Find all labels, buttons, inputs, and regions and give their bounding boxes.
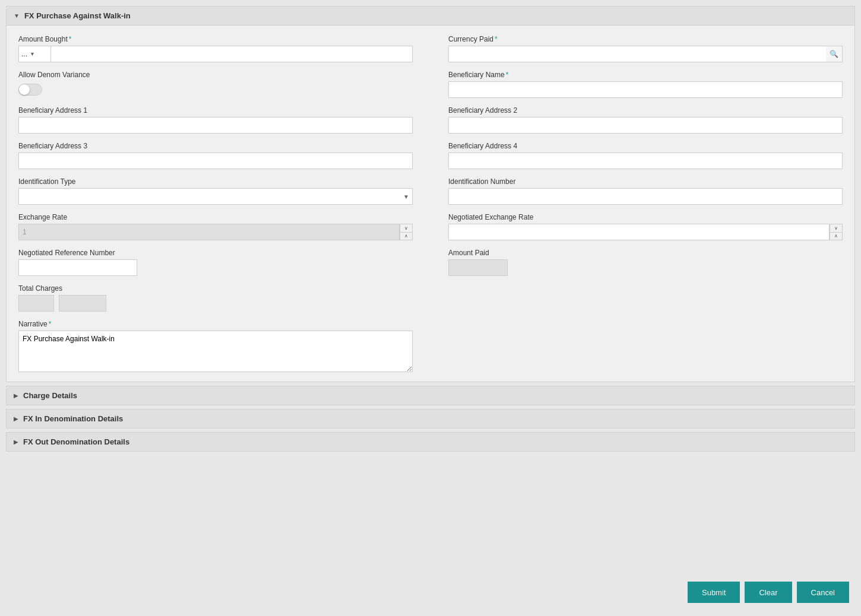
beneficiary-address1-field: Beneficiary Address 1	[18, 106, 413, 134]
beneficiary-address3-field: Beneficiary Address 3	[18, 142, 413, 169]
fx-purchase-body: Amount Bought* ... ▼ Currency Paid*	[7, 26, 854, 382]
fx-in-denomination-section: ▶ FX In Denomination Details	[6, 409, 855, 428]
currency-paid-label: Currency Paid*	[448, 35, 843, 43]
identification-number-field: Identification Number	[448, 177, 843, 205]
negotiated-rate-down-btn[interactable]: ∨	[830, 224, 843, 232]
beneficiary-address1-input[interactable]	[18, 117, 413, 134]
beneficiary-name-label: Beneficiary Name*	[448, 71, 843, 79]
beneficiary-address2-label: Beneficiary Address 2	[448, 106, 843, 115]
clear-button[interactable]: Clear	[745, 582, 792, 603]
identification-type-field: Identification Type ▼	[18, 177, 413, 205]
beneficiary-address2-field: Beneficiary Address 2	[448, 106, 843, 134]
amount-paid-label: Amount Paid	[448, 249, 843, 257]
fx-purchase-header[interactable]: ▼ FX Purchase Against Walk-in	[7, 7, 854, 26]
allow-denom-field: Allow Denom Variance	[18, 71, 413, 98]
fx-purchase-form-grid: Amount Bought* ... ▼ Currency Paid*	[18, 35, 843, 372]
charges-box-2	[59, 295, 106, 312]
amount-bought-input[interactable]	[51, 46, 413, 62]
currency-paid-field: Currency Paid* 🔍	[448, 35, 843, 62]
cancel-button[interactable]: Cancel	[797, 582, 849, 603]
narrative-textarea[interactable]: FX Purchase Against Walk-in	[18, 331, 413, 372]
amount-paid-field: Amount Paid	[448, 249, 843, 276]
exchange-rate-down-btn[interactable]: ∨	[400, 224, 413, 232]
identification-type-select[interactable]	[18, 188, 413, 205]
negotiated-exchange-rate-label: Negotiated Exchange Rate	[448, 213, 843, 221]
allow-denom-label: Allow Denom Variance	[18, 71, 413, 79]
identification-number-input[interactable]	[448, 188, 843, 205]
total-charges-label: Total Charges	[18, 284, 413, 293]
total-charges-field: Total Charges	[18, 284, 413, 312]
allow-denom-toggle-container	[18, 84, 413, 96]
fx-purchase-section: ▼ FX Purchase Against Walk-in Amount Bou…	[6, 6, 855, 382]
currency-caret: ▼	[30, 51, 35, 57]
negotiated-rate-btns: ∨ ∧	[830, 224, 843, 240]
fx-out-denomination-header[interactable]: ▶ FX Out Denomination Details	[7, 433, 854, 451]
negotiated-ref-input[interactable]	[18, 259, 137, 276]
beneficiary-address3-label: Beneficiary Address 3	[18, 142, 413, 150]
negotiated-rate-up-btn[interactable]: ∧	[830, 232, 843, 241]
beneficiary-address3-input[interactable]	[18, 153, 413, 169]
currency-dropdown[interactable]: ... ▼	[18, 46, 51, 62]
negotiated-ref-field: Negotiated Reference Number	[18, 249, 413, 276]
charge-details-title: Charge Details	[23, 391, 77, 400]
beneficiary-name-field: Beneficiary Name*	[448, 71, 843, 98]
amount-paid-display	[448, 259, 508, 276]
fx-out-denomination-collapse-icon: ▶	[14, 439, 18, 445]
identification-number-label: Identification Number	[448, 177, 843, 186]
currency-paid-input[interactable]	[448, 46, 843, 62]
exchange-rate-spinner-btns: ∨ ∧	[400, 224, 413, 240]
fx-purchase-collapse-icon: ▼	[14, 12, 20, 19]
exchange-rate-input[interactable]	[18, 224, 400, 240]
allow-denom-toggle[interactable]	[18, 84, 42, 96]
exchange-rate-label: Exchange Rate	[18, 213, 413, 221]
exchange-rate-field: Exchange Rate ∨ ∧	[18, 213, 413, 240]
currency-label: ...	[21, 50, 27, 58]
charge-details-collapse-icon: ▶	[14, 392, 18, 399]
exchange-rate-up-btn[interactable]: ∧	[400, 232, 413, 241]
amount-bought-field: Amount Bought* ... ▼	[18, 35, 413, 62]
currency-paid-search-button[interactable]: 🔍	[826, 46, 843, 62]
charge-details-section: ▶ Charge Details	[6, 386, 855, 405]
footer-bar: Submit Clear Cancel	[6, 574, 855, 610]
identification-type-select-wrapper: ▼	[18, 188, 413, 205]
negotiated-rate-spinner: ∨ ∧	[448, 224, 843, 240]
narrative-field: Narrative* FX Purchase Against Walk-in	[18, 320, 413, 372]
submit-button[interactable]: Submit	[688, 582, 740, 603]
identification-type-label: Identification Type	[18, 177, 413, 186]
negotiated-exchange-rate-field: Negotiated Exchange Rate ∨ ∧	[448, 213, 843, 240]
exchange-rate-spinner: ∨ ∧	[18, 224, 413, 240]
fx-out-denomination-section: ▶ FX Out Denomination Details	[6, 432, 855, 452]
beneficiary-address4-field: Beneficiary Address 4	[448, 142, 843, 169]
search-icon: 🔍	[830, 50, 838, 58]
fx-in-denomination-header[interactable]: ▶ FX In Denomination Details	[7, 409, 854, 428]
amount-bought-row: ... ▼	[18, 46, 413, 62]
total-charges-row	[18, 295, 413, 312]
currency-paid-input-wrapper: 🔍	[448, 46, 843, 62]
fx-in-denomination-title: FX In Denomination Details	[23, 414, 123, 423]
beneficiary-address4-input[interactable]	[448, 153, 843, 169]
beneficiary-address2-input[interactable]	[448, 117, 843, 134]
narrative-label: Narrative*	[18, 320, 413, 328]
amount-bought-label: Amount Bought*	[18, 35, 413, 43]
beneficiary-name-input[interactable]	[448, 81, 843, 98]
fx-purchase-title: FX Purchase Against Walk-in	[24, 11, 131, 20]
beneficiary-address1-label: Beneficiary Address 1	[18, 106, 413, 115]
charges-box-1	[18, 295, 54, 312]
fx-in-denomination-collapse-icon: ▶	[14, 415, 18, 422]
negotiated-ref-label: Negotiated Reference Number	[18, 249, 413, 257]
negotiated-rate-input[interactable]	[448, 224, 830, 240]
charge-details-header[interactable]: ▶ Charge Details	[7, 386, 854, 405]
fx-out-denomination-title: FX Out Denomination Details	[23, 437, 129, 446]
toggle-knob	[19, 84, 30, 95]
beneficiary-address4-label: Beneficiary Address 4	[448, 142, 843, 150]
